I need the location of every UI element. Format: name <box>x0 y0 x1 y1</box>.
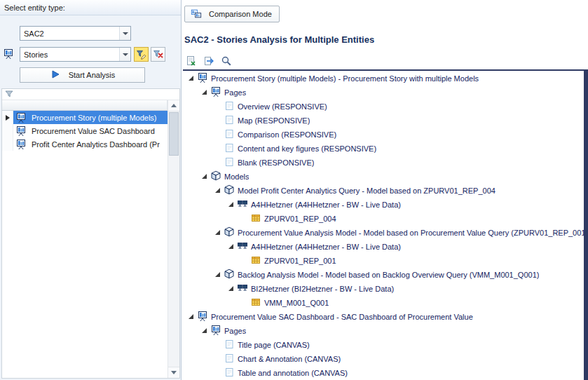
chevron-down-icon[interactable] <box>119 48 130 61</box>
expand-collapse-icon[interactable] <box>200 172 210 181</box>
tree-node[interactable]: Models <box>183 169 584 183</box>
page-icon <box>224 353 235 364</box>
expand-collapse-icon[interactable] <box>227 242 236 251</box>
tree-node-label: Map (RESPONSIVE) <box>238 116 310 125</box>
tree-node[interactable]: Title page (CANVAS) <box>183 337 584 351</box>
grid-filter-row[interactable] <box>2 89 179 100</box>
export-button[interactable] <box>201 54 216 68</box>
entity-cell[interactable]: Procurement Story (multiple Models) <box>13 111 167 124</box>
tree-node[interactable]: Procurement Story (multiple Models) - Pr… <box>183 71 584 85</box>
story-icon <box>15 112 27 123</box>
zoom-button[interactable] <box>219 54 233 68</box>
tree-node[interactable]: Pages <box>183 323 584 337</box>
clear-filter-button[interactable] <box>151 47 165 62</box>
tree-node[interactable]: ZPURV01_REP_001 <box>183 253 584 267</box>
start-analysis-button[interactable]: Start Analysis <box>20 67 145 83</box>
tree-node[interactable]: BI2Hetzner (BI2Hetzner - BW - Live Data) <box>183 281 584 295</box>
tree-node[interactable]: Procurement Value SAC Dashboard - SAC Da… <box>183 309 584 323</box>
arrow-up-icon <box>171 104 177 107</box>
toggle-spacer <box>214 354 223 363</box>
object-type-dropdown[interactable]: Stories <box>20 47 131 62</box>
story-icon <box>15 125 27 137</box>
comparison-mode-label: Comparison Mode <box>209 10 272 18</box>
stories-icon <box>3 48 15 61</box>
expand-collapse-icon[interactable] <box>187 312 196 321</box>
tree-node-label: Title page (CANVAS) <box>238 340 310 349</box>
tree-node[interactable]: Procurement Value Analysis Model - Model… <box>183 225 584 239</box>
tree-node-label: Models <box>224 172 249 181</box>
query-icon <box>250 297 261 308</box>
tree-node-label: Comparison (RESPONSIVE) <box>238 130 336 139</box>
entity-list-item[interactable]: Profit Center Analytics Dashboard (Pr <box>2 137 167 151</box>
tree-node[interactable]: Model Profit Center Analytics Query - Mo… <box>183 183 584 197</box>
tree-node[interactable]: VMM_M001_Q001 <box>183 295 584 309</box>
tree-node-label: Procurement Value Analysis Model - Model… <box>238 228 584 237</box>
tree-node-label: Blank (RESPONSIVE) <box>238 158 314 167</box>
comparison-mode-icon <box>191 8 202 20</box>
toggle-spacer <box>240 214 249 223</box>
expand-collapse-icon[interactable] <box>214 228 223 237</box>
toggle-spacer <box>214 116 223 125</box>
expand-collapse-icon[interactable] <box>214 186 223 195</box>
tree-node[interactable]: A4HHetzner (A4HHetzner - BW - Live Data) <box>183 197 584 211</box>
scroll-down-button[interactable] <box>168 367 179 378</box>
page-icon <box>224 114 235 125</box>
expand-collapse-icon[interactable] <box>187 74 196 83</box>
tree-node[interactable]: Blank (RESPONSIVE) <box>183 155 584 169</box>
expand-collapse-icon[interactable] <box>200 326 210 335</box>
scrollbar-thumb[interactable] <box>169 112 179 156</box>
tree-node-label: BI2Hetzner (BI2Hetzner - BW - Live Data) <box>251 284 394 293</box>
tree-node-label: Table and annotation (CANVAS) <box>238 368 348 377</box>
entity-cell[interactable]: Procurement Value SAC Dashboard <box>13 124 167 137</box>
tree-node[interactable]: Table and annotation (CANVAS) <box>183 365 584 379</box>
model-icon <box>224 226 235 238</box>
tree-node-label: ZPURV01_REP_004 <box>264 214 336 223</box>
tree-node[interactable]: Map (RESPONSIVE) <box>183 113 584 127</box>
expand-collapse-icon[interactable] <box>214 270 223 279</box>
list-scrollbar[interactable] <box>167 100 179 378</box>
query-icon <box>250 212 261 224</box>
expand-collapse-icon[interactable] <box>227 284 236 293</box>
page-icon <box>224 367 235 378</box>
entity-cell[interactable]: Profit Center Analytics Dashboard (Pr <box>13 137 167 151</box>
play-icon <box>50 69 62 81</box>
panel-header-label: Select entity type: <box>4 4 65 12</box>
story-icon <box>197 72 208 83</box>
connection-icon <box>237 240 248 252</box>
row-indicator <box>2 137 13 151</box>
models-icon <box>210 170 221 182</box>
page-icon <box>224 156 235 168</box>
chevron-down-icon[interactable] <box>119 27 130 40</box>
tree-node-label: Procurement Story (multiple Models) - Pr… <box>211 74 479 83</box>
expand-collapse-icon[interactable] <box>200 88 210 97</box>
entity-name: Profit Center Analytics Dashboard (Pr <box>32 140 160 149</box>
model-icon <box>224 184 235 196</box>
entity-list-grid: Procurement Story (multiple Models)Procu… <box>1 88 180 379</box>
page-icon <box>224 128 235 140</box>
tree-node[interactable]: Overview (RESPONSIVE) <box>183 99 584 113</box>
tree-node[interactable]: Comparison (RESPONSIVE) <box>183 127 584 141</box>
export-excel-button[interactable] <box>184 54 198 68</box>
entity-list-item[interactable]: Procurement Value SAC Dashboard <box>2 124 167 137</box>
entity-type-dropdown[interactable]: SAC2 <box>20 26 131 41</box>
tree-scrollbar[interactable] <box>584 69 588 380</box>
query-icon <box>250 255 261 266</box>
tree-node-label: A4HHetzner (A4HHetzner - BW - Live Data) <box>251 242 401 251</box>
comparison-mode-button[interactable]: Comparison Mode <box>184 6 280 22</box>
entity-list-item[interactable]: Procurement Story (multiple Models) <box>2 111 167 124</box>
tree-node[interactable]: Pages <box>183 85 584 99</box>
story-icon <box>197 311 208 322</box>
tree-node[interactable]: A4HHetzner (A4HHetzner - BW - Live Data) <box>183 239 584 253</box>
scroll-up-button[interactable] <box>168 100 179 111</box>
page-icon <box>224 100 235 111</box>
expand-collapse-icon[interactable] <box>227 200 236 209</box>
tree-node-label: Pages <box>224 326 246 335</box>
tree-node[interactable]: Chart & Annotation (CANVAS) <box>183 351 584 365</box>
tree-node[interactable]: Backlog Analysis Model - Model based on … <box>183 267 584 281</box>
panel-header: Select entity type: <box>0 0 181 15</box>
tree-node[interactable]: Content and key figures (RESPONSIVE) <box>183 141 584 155</box>
grid-column-header[interactable] <box>2 100 167 111</box>
tree-node-label: Chart & Annotation (CANVAS) <box>238 354 341 363</box>
tree-node[interactable]: ZPURV01_REP_004 <box>183 211 584 225</box>
edit-filter-button[interactable] <box>134 47 149 62</box>
